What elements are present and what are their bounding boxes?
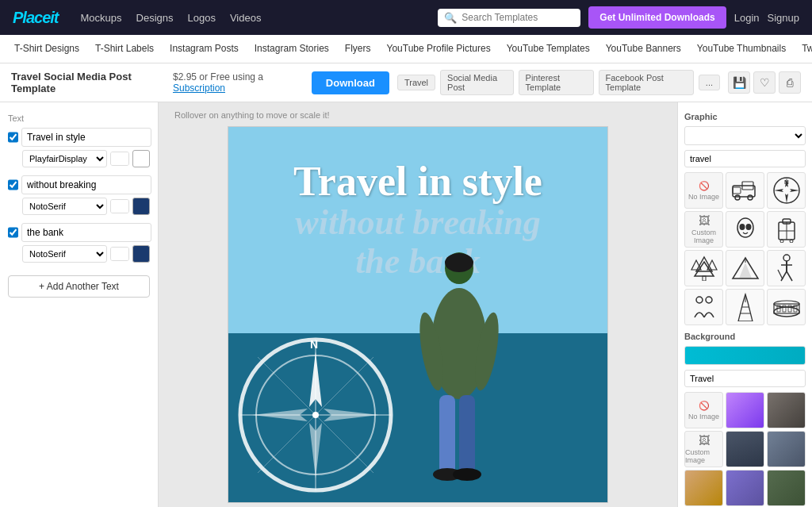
tag-social-media[interactable]: Social Media Post <box>440 70 514 95</box>
save-icon-button[interactable]: 💾 <box>728 71 750 94</box>
price-text: $2.95 or Free using a Subscription <box>173 71 304 94</box>
cat-tshirt-labels[interactable]: T-Shirt Labels <box>87 35 162 63</box>
category-navigation: T-Shirt Designs T-Shirt Labels Instagram… <box>0 35 812 63</box>
svg-marker-13 <box>309 351 322 407</box>
template-title: Travel Social Media Post Template <box>11 71 162 94</box>
graphic-search-input[interactable] <box>684 150 806 167</box>
text1-input[interactable] <box>21 128 151 147</box>
text1-size-input[interactable] <box>111 152 128 165</box>
bg-custom-image[interactable]: 🖼 Custom Image <box>684 431 723 467</box>
text2-input[interactable] <box>21 175 151 194</box>
graphic-item-tent[interactable] <box>726 250 764 286</box>
nav-logos[interactable]: Logos <box>187 12 215 24</box>
canvas-image[interactable]: Travel in style without breaking the ban… <box>228 126 608 503</box>
tag-travel[interactable]: Travel <box>397 75 435 90</box>
cat-instagram-stories[interactable]: Instagram Stories <box>247 35 337 63</box>
text3-size-input[interactable] <box>111 248 128 260</box>
graphic-item-luggage[interactable] <box>767 211 806 248</box>
text3-font-select[interactable]: NotoSerif <box>22 245 107 263</box>
cat-youtube-thumbnails[interactable]: YouTube Thumbnails <box>689 35 794 63</box>
svg-rect-5 <box>439 395 455 474</box>
text1-font-select[interactable]: PlayfairDisplay <box>22 150 107 167</box>
nav-links: Mockups Designs Logos Videos <box>80 12 261 24</box>
graphic-custom-image[interactable]: 🖼 Custom Image <box>684 211 723 248</box>
svg-point-34 <box>745 224 751 230</box>
canvas-text-line2[interactable]: without breaking <box>244 204 592 242</box>
brand-name-part1: Place <box>13 9 50 26</box>
graphic-category-dropdown[interactable] <box>684 126 806 145</box>
brand-logo[interactable]: Placeit <box>13 9 58 27</box>
cat-flyers[interactable]: Flyers <box>337 35 379 63</box>
text1-size-box <box>110 152 129 166</box>
tag-facebook-post[interactable]: Facebook Post Template <box>599 70 694 95</box>
graphic-item-group[interactable] <box>684 289 723 325</box>
compass-graphic[interactable]: N <box>236 336 395 494</box>
signup-button[interactable]: Signup <box>768 12 799 24</box>
person-silhouette[interactable] <box>396 248 507 502</box>
cat-youtube-profile[interactable]: YouTube Profile Pictures <box>379 35 499 63</box>
unlimited-downloads-button[interactable]: Get Unlimited Downloads <box>588 6 726 29</box>
bg-item-4[interactable] <box>767 431 806 467</box>
nav-designs[interactable]: Designs <box>136 12 174 24</box>
cat-youtube-banners[interactable]: YouTube Banners <box>598 35 689 63</box>
login-button[interactable]: Login <box>734 12 760 24</box>
toolbar-action-icons: 💾 ♡ ⎙ <box>728 71 801 94</box>
graphic-item-van[interactable] <box>726 172 764 209</box>
graphic-item-alien[interactable] <box>726 211 764 248</box>
search-input[interactable] <box>462 12 574 23</box>
svg-text:N: N <box>310 338 318 351</box>
bg-item-3[interactable] <box>726 431 764 467</box>
text1-checkbox[interactable] <box>8 132 18 143</box>
text1-color-swatch[interactable] <box>132 150 150 167</box>
tag-more[interactable]: ... <box>699 75 720 90</box>
graphic-item-eiffel[interactable] <box>726 289 764 325</box>
bg-item-5[interactable] <box>684 470 723 506</box>
graphic-no-image[interactable]: 🚫 No Image <box>684 172 723 209</box>
nav-mockups[interactable]: Mockups <box>80 12 121 24</box>
background-grid: 🚫 No Image 🖼 Custom Image <box>684 392 806 506</box>
nav-videos[interactable]: Videos <box>230 12 262 24</box>
tag-pinterest[interactable]: Pinterest Template <box>519 70 594 95</box>
svg-text:N: N <box>784 179 789 186</box>
svg-point-33 <box>739 224 745 230</box>
text3-input[interactable] <box>21 223 151 242</box>
bg-item-6[interactable] <box>726 470 764 506</box>
bg-item-7[interactable] <box>767 470 806 506</box>
search-box[interactable]: 🔍 <box>438 9 580 27</box>
text-section-label: Text <box>8 113 150 123</box>
text3-color-swatch[interactable] <box>132 245 150 263</box>
toolbar: Travel Social Media Post Template $2.95 … <box>0 63 812 102</box>
subscription-link[interactable]: Subscription <box>173 83 225 94</box>
canvas-text-line1[interactable]: Travel in style <box>244 159 592 204</box>
graphic-section-label: Graphic <box>684 112 806 121</box>
background-color-bar[interactable] <box>684 346 806 365</box>
text2-color-swatch[interactable] <box>132 198 150 215</box>
bg-item-2[interactable] <box>767 392 806 428</box>
right-panel: Graphic 🚫 No Image <box>677 102 812 507</box>
center-canvas: Rollover on anything to move or scale it… <box>159 102 677 507</box>
text2-checkbox[interactable] <box>8 179 18 190</box>
share-icon-button[interactable]: ⎙ <box>779 71 801 94</box>
graphic-item-trees[interactable] <box>684 250 723 286</box>
svg-point-2 <box>445 253 473 272</box>
cat-instagram-posts[interactable]: Instagram Posts <box>162 35 247 63</box>
background-search-input[interactable] <box>684 370 806 387</box>
left-panel: Text PlayfairDisplay <box>0 102 159 507</box>
graphic-item-colosseum[interactable] <box>767 289 806 325</box>
bg-no-image[interactable]: 🚫 No Image <box>684 392 723 428</box>
add-text-button[interactable]: + Add Another Text <box>8 275 150 298</box>
cat-twitch-templates[interactable]: Twitch Templates <box>794 35 812 63</box>
bg-item-1[interactable] <box>726 392 764 428</box>
cat-tshirt-designs[interactable]: T-Shirt Designs <box>6 35 87 63</box>
download-button[interactable]: Download <box>312 71 389 94</box>
background-section-label: Background <box>684 332 806 341</box>
text2-font-select[interactable]: NotoSerif <box>22 198 107 215</box>
graphic-item-hiker[interactable] <box>767 250 806 286</box>
graphic-item-compass-star[interactable]: N <box>767 172 806 209</box>
no-image-icon: 🚫 <box>699 181 710 191</box>
cat-youtube-templates[interactable]: YouTube Templates <box>499 35 598 63</box>
text3-checkbox[interactable] <box>8 227 18 238</box>
svg-marker-29 <box>774 189 783 192</box>
text2-size-input[interactable] <box>111 200 128 213</box>
favorite-icon-button[interactable]: ♡ <box>753 71 776 94</box>
